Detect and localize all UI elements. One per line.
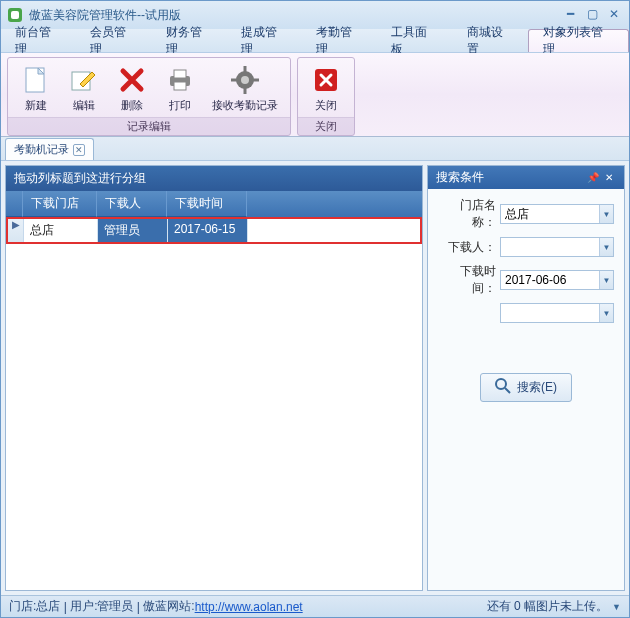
input-time[interactable] xyxy=(500,270,614,290)
menu-front-desk[interactable]: 前台管理 xyxy=(1,29,76,52)
search-panel: 搜索条件 📌 ✕ 门店名称： ▼ 下载人： ▼ xyxy=(427,165,625,591)
menu-mall[interactable]: 商城设置 xyxy=(453,29,528,52)
ribbon-group-record-edit: 新建 编辑 删除 打印 接收考勤记录 记录编 xyxy=(7,57,291,136)
tab-strip: 考勤机记录 ✕ xyxy=(1,137,629,161)
search-button[interactable]: 搜索(E) xyxy=(480,373,572,402)
print-icon xyxy=(164,64,196,96)
menu-object-list[interactable]: 对象列表管理 xyxy=(528,29,629,52)
table-row[interactable]: ▶ 总店 管理员 2017-06-15 xyxy=(6,217,422,244)
status-user-label: 用户: xyxy=(70,598,97,615)
label-user: 下载人： xyxy=(438,239,500,256)
label-time: 下载时间： xyxy=(438,263,500,297)
edit-button[interactable]: 编辑 xyxy=(60,62,108,115)
search-panel-header: 搜索条件 📌 ✕ xyxy=(428,166,624,189)
tab-attendance-records[interactable]: 考勤机记录 ✕ xyxy=(5,138,94,160)
column-header-user[interactable]: 下载人 xyxy=(97,191,167,217)
svg-rect-5 xyxy=(174,70,186,78)
search-button-label: 搜索(E) xyxy=(517,379,557,396)
menubar: 前台管理 会员管理 财务管理 提成管理 考勤管理 工具面板 商城设置 对象列表管… xyxy=(1,29,629,53)
status-store: 总店 xyxy=(36,598,60,615)
menu-tools[interactable]: 工具面板 xyxy=(377,29,452,52)
search-panel-title: 搜索条件 xyxy=(436,169,584,186)
chevron-down-icon[interactable]: ▼ xyxy=(612,602,621,612)
status-right-text: 还有 0 幅图片未上传。 xyxy=(487,598,608,615)
panel-pin-button[interactable]: 📌 xyxy=(586,172,600,183)
menu-attendance[interactable]: 考勤管理 xyxy=(302,29,377,52)
close-icon xyxy=(310,64,342,96)
grid-body: ▶ 总店 管理员 2017-06-15 xyxy=(6,217,422,590)
window-title: 傲蓝美容院管理软件--试用版 xyxy=(29,7,557,24)
content-area: 拖动列标题到这进行分组 下载门店 下载人 下载时间 ▶ 总店 管理员 2017-… xyxy=(1,161,629,595)
svg-rect-1 xyxy=(11,11,19,19)
status-user: 管理员 xyxy=(97,598,133,615)
label-store: 门店名称： xyxy=(438,197,500,231)
new-button[interactable]: 新建 xyxy=(12,62,60,115)
app-window: 傲蓝美容院管理软件--试用版 ━ ▢ ✕ 前台管理 会员管理 财务管理 提成管理… xyxy=(0,0,630,618)
tab-label: 考勤机记录 xyxy=(14,142,69,157)
cell-time: 2017-06-15 xyxy=(168,219,248,242)
column-header-store[interactable]: 下载门店 xyxy=(23,191,97,217)
new-icon xyxy=(20,64,52,96)
status-store-label: 门店: xyxy=(9,598,36,615)
menu-member[interactable]: 会员管理 xyxy=(76,29,151,52)
column-header-time[interactable]: 下载时间 xyxy=(167,191,247,217)
row-indicator-header xyxy=(6,191,23,217)
app-icon xyxy=(7,7,23,23)
grid-panel: 拖动列标题到这进行分组 下载门店 下载人 下载时间 ▶ 总店 管理员 2017-… xyxy=(5,165,423,591)
close-button[interactable]: 关闭 xyxy=(302,62,350,115)
status-site-link[interactable]: http://www.aolan.net xyxy=(195,600,303,614)
panel-close-button[interactable]: ✕ xyxy=(602,172,616,183)
delete-button[interactable]: 删除 xyxy=(108,62,156,115)
statusbar: 门店: 总店 | 用户: 管理员 | 傲蓝网站: http://www.aola… xyxy=(1,595,629,617)
status-site-label: 傲蓝网站: xyxy=(143,598,194,615)
search-icon xyxy=(495,378,511,397)
gear-icon xyxy=(229,64,261,96)
ribbon-group-label: 记录编辑 xyxy=(8,117,290,135)
input-user[interactable] xyxy=(500,237,614,257)
maximize-button[interactable]: ▢ xyxy=(583,7,601,23)
ribbon-group-label: 关闭 xyxy=(298,117,354,135)
input-extra[interactable] xyxy=(500,303,614,323)
svg-rect-6 xyxy=(174,82,186,90)
grid-header: 下载门店 下载人 下载时间 xyxy=(6,191,422,217)
edit-icon xyxy=(68,64,100,96)
tab-close-button[interactable]: ✕ xyxy=(73,144,85,156)
delete-icon xyxy=(116,64,148,96)
svg-point-14 xyxy=(496,379,506,389)
menu-commission[interactable]: 提成管理 xyxy=(227,29,302,52)
print-button[interactable]: 打印 xyxy=(156,62,204,115)
svg-line-15 xyxy=(505,388,510,393)
row-indicator: ▶ xyxy=(8,219,24,242)
cell-user: 管理员 xyxy=(98,219,168,242)
close-window-button[interactable]: ✕ xyxy=(605,7,623,23)
ribbon: 新建 编辑 删除 打印 接收考勤记录 记录编 xyxy=(1,53,629,137)
search-body: 门店名称： ▼ 下载人： ▼ 下载时间： xyxy=(428,189,624,410)
cell-store: 总店 xyxy=(24,219,98,242)
group-hint[interactable]: 拖动列标题到这进行分组 xyxy=(6,166,422,191)
svg-point-8 xyxy=(241,76,249,84)
receive-attendance-button[interactable]: 接收考勤记录 xyxy=(204,62,286,115)
minimize-button[interactable]: ━ xyxy=(561,7,579,23)
input-store[interactable] xyxy=(500,204,614,224)
menu-finance[interactable]: 财务管理 xyxy=(152,29,227,52)
ribbon-group-close: 关闭 关闭 xyxy=(297,57,355,136)
